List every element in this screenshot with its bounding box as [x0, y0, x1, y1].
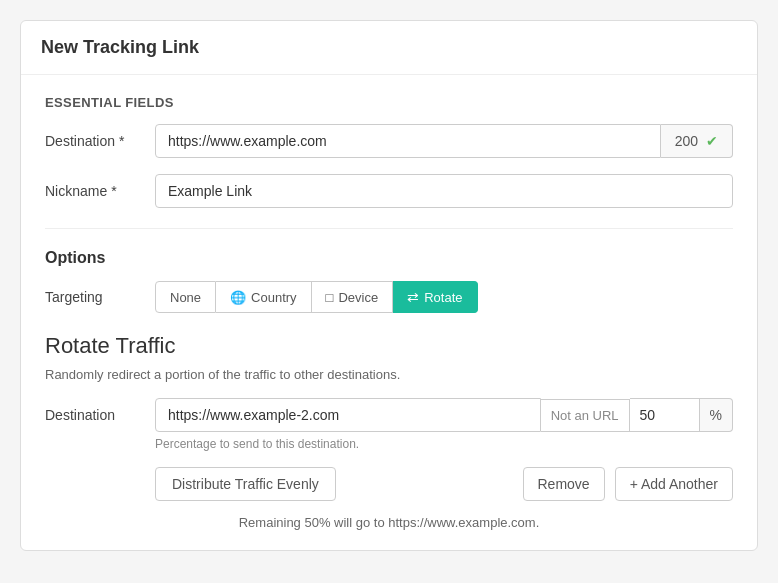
globe-icon [230, 290, 246, 305]
destination-status-badge: 200 ✔ [661, 124, 733, 158]
rotate-error-badge: Not an URL [541, 399, 630, 432]
card-body: Essential fields Destination * 200 ✔ Nic… [21, 75, 757, 550]
rotate-description: Randomly redirect a portion of the traff… [45, 367, 733, 382]
nickname-input[interactable] [155, 174, 733, 208]
rotate-inputs: Not an URL % [155, 398, 733, 432]
essential-section-label: Essential fields [45, 95, 733, 110]
nickname-row: Nickname * [45, 174, 733, 208]
destination-row: Destination * 200 ✔ [45, 124, 733, 158]
nickname-label: Nickname * [45, 183, 155, 199]
rotate-percent-symbol: % [700, 398, 733, 432]
remaining-text: Remaining 50% will go to https://www.exa… [45, 515, 733, 530]
targeting-none-label: None [170, 290, 201, 305]
rotate-destination-label: Destination [45, 398, 145, 423]
main-card: New Tracking Link Essential fields Desti… [20, 20, 758, 551]
options-section-label: Options [45, 249, 733, 267]
destination-status-code: 200 [675, 133, 698, 149]
rotate-actions: Distribute Traffic Evenly Remove + Add A… [45, 467, 733, 501]
destination-wrapper: 200 ✔ [155, 124, 733, 158]
rotate-fields: Not an URL % Percentage to send to this … [155, 398, 733, 451]
card-title: New Tracking Link [41, 37, 737, 58]
targeting-btn-rotate[interactable]: Rotate [393, 281, 477, 313]
destination-input[interactable] [155, 124, 661, 158]
card-header: New Tracking Link [21, 21, 757, 75]
device-icon [326, 290, 334, 305]
targeting-btn-none[interactable]: None [155, 281, 216, 313]
targeting-device-label: Device [338, 290, 378, 305]
distribute-traffic-label: Distribute Traffic Evenly [172, 476, 319, 492]
rotate-icon [407, 289, 419, 305]
remove-label: Remove [538, 476, 590, 492]
add-another-label: + Add Another [630, 476, 718, 492]
divider [45, 228, 733, 229]
percent-help-text: Percentage to send to this destination. [155, 437, 733, 451]
targeting-rotate-label: Rotate [424, 290, 462, 305]
targeting-btn-device[interactable]: Device [312, 281, 394, 313]
rotate-error-text: Not an URL [551, 408, 619, 423]
targeting-label: Targeting [45, 289, 155, 305]
targeting-country-label: Country [251, 290, 297, 305]
targeting-row: Targeting None Country Device Rotate [45, 281, 733, 313]
targeting-btn-country[interactable]: Country [216, 281, 312, 313]
add-another-button[interactable]: + Add Another [615, 467, 733, 501]
destination-label: Destination * [45, 133, 155, 149]
distribute-traffic-button[interactable]: Distribute Traffic Evenly [155, 467, 336, 501]
targeting-button-group: None Country Device Rotate [155, 281, 478, 313]
rotate-url-input[interactable] [155, 398, 541, 432]
rotate-percent-input[interactable] [630, 398, 700, 432]
destination-check-icon: ✔ [706, 133, 718, 149]
rotate-title: Rotate Traffic [45, 333, 733, 359]
rotate-section: Rotate Traffic Randomly redirect a porti… [45, 333, 733, 530]
rotate-destination-row: Destination Not an URL % Percentage to s… [45, 398, 733, 451]
remove-button[interactable]: Remove [523, 467, 605, 501]
